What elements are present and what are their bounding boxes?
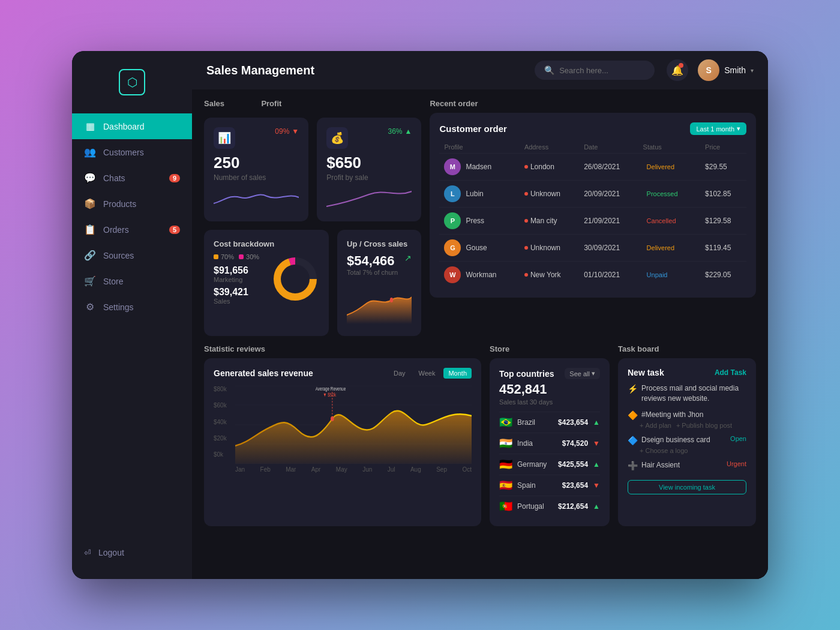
table-row: W Workman New York 01/10/2021 Unpaid $22… xyxy=(439,262,746,289)
marketing-indicator: 70% xyxy=(214,253,234,260)
notification-dot xyxy=(679,63,683,68)
customers-icon: 👥 xyxy=(84,146,96,158)
cross-sales-card: Up / Cross sales $54,466 Total 7% of chu… xyxy=(337,230,421,336)
search-box[interactable]: 🔍 xyxy=(535,61,655,80)
marketing-value: $91,656 xyxy=(214,265,259,276)
country-row: 🇵🇹 Portugal $212,654 ▲ xyxy=(499,496,600,517)
sales-value-cost: $39,421 xyxy=(214,287,259,298)
sales-indicator: 30% xyxy=(239,253,259,260)
svg-point-3 xyxy=(390,298,393,302)
logout-button[interactable]: ⏎ Logout xyxy=(72,538,192,567)
col-status: Status xyxy=(638,141,701,154)
sidebar: ⬡ ▦ Dashboard 👥 Customers 💬 Chats 9 📦 Pr… xyxy=(72,51,192,579)
view-task-button[interactable]: View incoming task xyxy=(628,480,746,494)
sidebar-label-sources: Sources xyxy=(103,251,134,260)
tab-day[interactable]: Day xyxy=(389,368,410,379)
table-row: P Press Man city 21/09/2021 Cancelled $1… xyxy=(439,208,746,235)
x-jul: Jul xyxy=(388,466,395,473)
sidebar-item-store[interactable]: 🛒 Store xyxy=(72,268,192,294)
col-address: Address xyxy=(520,141,579,154)
sales-icon: 📊 xyxy=(214,127,235,149)
store-total: 452,841 xyxy=(499,382,600,397)
task-item: ⚡ Process mail and social media reviews … xyxy=(628,383,746,404)
logout-label: Logout xyxy=(98,548,124,557)
search-icon: 🔍 xyxy=(544,65,554,75)
stats-chart-card: Generated sales revenue Day Week Month $… xyxy=(204,358,481,526)
cost-label: Cost brackdown xyxy=(214,239,319,248)
task-item: ➕ Hair Assient Urgent xyxy=(628,460,746,470)
x-feb: Feb xyxy=(260,466,271,473)
chevron-icon: ▾ xyxy=(737,125,740,133)
cross-trend-icon: ↗ xyxy=(404,253,412,263)
chats-badge: 9 xyxy=(169,174,180,182)
see-all-button[interactable]: See all ▾ xyxy=(565,368,600,379)
task-item: 🔷 Dseign business card Open + Choose a l… xyxy=(628,435,746,454)
country-row: 🇮🇳 India $74,520 ▼ xyxy=(499,433,600,454)
avatar: S xyxy=(698,59,719,81)
country-row: 🇧🇷 Brazil $423,654 ▲ xyxy=(499,412,600,433)
user-menu[interactable]: S Smith ▾ xyxy=(698,59,754,81)
sidebar-label-chats: Chats xyxy=(103,173,125,183)
order-table: Profile Address Date Status Price M Ma xyxy=(439,141,746,288)
sidebar-item-orders[interactable]: 📋 Orders 5 xyxy=(72,217,192,242)
profit-card: 💰 36% ▲ $650 Profit by sale xyxy=(317,118,421,221)
sidebar-label-dashboard: Dashboard xyxy=(103,122,145,131)
dashboard: Sales Profit 📊 09% ▼ xyxy=(192,89,768,579)
chats-icon: 💬 xyxy=(84,172,96,184)
task-item: 🔶 #Meeting with Jhon + Add plan+ Publish… xyxy=(628,410,746,429)
sidebar-label-products: Products xyxy=(103,199,136,209)
profit-trend: 36% ▲ xyxy=(388,127,412,136)
sidebar-item-sources[interactable]: 🔗 Sources xyxy=(72,242,192,268)
profit-icon: 💰 xyxy=(326,127,348,149)
search-input[interactable] xyxy=(559,66,643,75)
settings-icon: ⚙ xyxy=(84,301,96,313)
add-task-button[interactable]: Add Task xyxy=(715,368,746,377)
sales-card: 📊 09% ▼ 250 Number of sales xyxy=(204,118,308,221)
cost-breakdown-card: Cost brackdown 70% xyxy=(204,230,329,336)
chart-title: Generated sales revenue xyxy=(214,368,313,378)
sales-trend: 09% ▼ xyxy=(275,127,299,136)
main-content: Sales Management 🔍 🔔 S Smith ▾ xyxy=(192,51,768,579)
orders-icon: 📋 xyxy=(84,224,96,235)
products-icon: 📦 xyxy=(84,198,96,209)
table-row: L Lubin Unknown 20/09/2021 Processed $10… xyxy=(439,181,746,208)
customer-order-card: Customer order Last 1 month ▾ Profile Ad… xyxy=(430,113,756,298)
svg-text:▼ $50k: ▼ $50k xyxy=(323,392,336,398)
table-row: G Gouse Unknown 30/09/2021 Delivered $11… xyxy=(439,235,746,262)
y-label-80k: $80k xyxy=(214,386,227,392)
sidebar-item-settings[interactable]: ⚙ Settings xyxy=(72,294,192,320)
sales-label-cost: Sales xyxy=(214,298,259,305)
x-aug: Aug xyxy=(410,466,421,473)
sidebar-nav: ▦ Dashboard 👥 Customers 💬 Chats 9 📦 Prod… xyxy=(72,113,192,538)
y-label-60k: $60k xyxy=(214,402,227,409)
store-card: Top countries See all ▾ 452,841 Sales la… xyxy=(490,358,610,526)
store-sub-label: Sales last 30 days xyxy=(499,398,600,406)
col-date: Date xyxy=(579,141,638,154)
filter-button[interactable]: Last 1 month ▾ xyxy=(690,122,746,135)
x-jan: Jan xyxy=(235,466,245,473)
svg-text:Average Revenue: Average Revenue xyxy=(316,386,346,392)
country-row: 🇩🇪 Germany $425,554 ▲ xyxy=(499,454,600,475)
profit-value: $650 xyxy=(326,154,412,172)
taskboard-label: Task board xyxy=(618,344,756,353)
statistic-label: Statistic reviews xyxy=(204,344,481,353)
time-tabs: Day Week Month xyxy=(389,368,472,379)
task-card: New task Add Task ⚡ Process mail and soc… xyxy=(618,358,756,526)
x-apr: Apr xyxy=(311,466,321,473)
store-title: Top countries xyxy=(499,369,554,379)
task-title: New task xyxy=(628,368,664,377)
sidebar-item-customers[interactable]: 👥 Customers xyxy=(72,139,192,165)
sidebar-item-products[interactable]: 📦 Products xyxy=(72,191,192,217)
y-label-20k: $20k xyxy=(214,435,227,442)
tab-month[interactable]: Month xyxy=(443,368,472,379)
sources-icon: 🔗 xyxy=(84,250,96,261)
x-may: May xyxy=(336,466,347,473)
logo: ⬡ xyxy=(72,63,192,113)
x-oct: Oct xyxy=(462,466,472,473)
logo-icon: ⬡ xyxy=(119,69,145,95)
sidebar-item-dashboard[interactable]: ▦ Dashboard xyxy=(72,113,192,139)
tab-week[interactable]: Week xyxy=(414,368,440,379)
store-icon: 🛒 xyxy=(84,275,96,287)
sidebar-item-chats[interactable]: 💬 Chats 9 xyxy=(72,165,192,191)
notification-button[interactable]: 🔔 xyxy=(667,59,688,81)
